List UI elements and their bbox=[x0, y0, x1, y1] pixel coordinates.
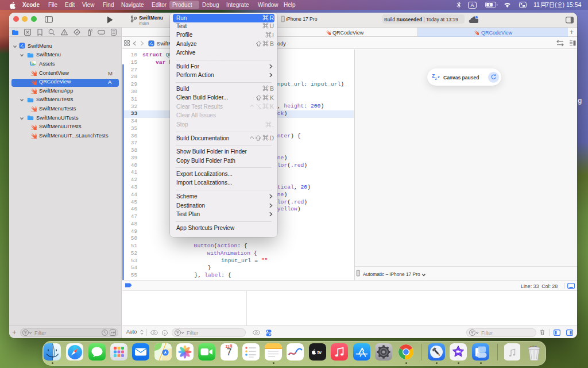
svg-text:z: z bbox=[435, 76, 438, 80]
svg-text:z: z bbox=[438, 74, 440, 79]
svg-text:tv: tv bbox=[318, 350, 322, 355]
